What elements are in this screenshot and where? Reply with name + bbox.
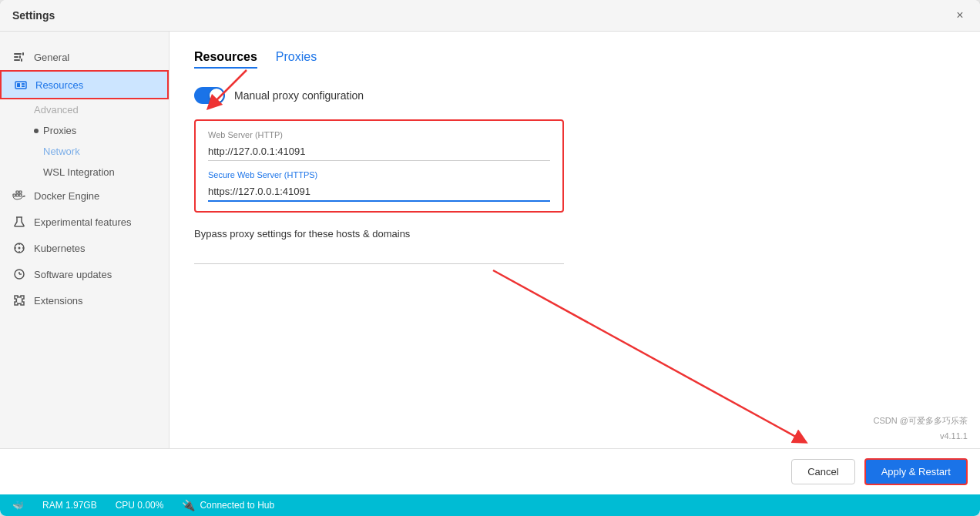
sidebar-item-experimental[interactable]: Experimental features — [0, 209, 169, 235]
sidebar-item-software-updates[interactable]: Software updates — [0, 261, 169, 287]
main-content: General Resources Advanced — [0, 32, 980, 448]
svg-rect-0 — [14, 53, 22, 55]
tab-proxies[interactable]: Proxies — [276, 50, 317, 69]
version-label: v4.11.1 — [940, 431, 968, 441]
svg-line-26 — [493, 270, 801, 440]
clock-icon — [12, 267, 26, 281]
svg-rect-8 — [22, 83, 25, 85]
ram-status: RAM 1.97GB — [42, 500, 97, 511]
bypass-input[interactable] — [194, 246, 564, 264]
connected-status: 🔌 Connected to Hub — [182, 499, 274, 511]
sidebar-item-advanced[interactable]: Advanced — [0, 99, 169, 120]
sidebar: General Resources Advanced — [0, 32, 169, 448]
sidebar-item-resources-label: Resources — [35, 79, 83, 91]
footer-buttons: Cancel Apply & Restart — [0, 449, 980, 494]
connected-label: Connected to Hub — [200, 500, 274, 511]
http-field-label: Web Server (HTTP) — [208, 130, 550, 139]
ram-label: RAM 1.97GB — [42, 500, 97, 511]
svg-point-17 — [18, 247, 21, 250]
tab-resources[interactable]: Resources — [194, 50, 257, 69]
svg-rect-5 — [21, 59, 22, 62]
sidebar-item-general[interactable]: General — [0, 44, 169, 70]
svg-rect-9 — [22, 85, 25, 87]
sidebar-item-extensions[interactable]: Extensions — [0, 287, 169, 313]
puzzle-icon — [12, 293, 26, 307]
sidebar-item-proxies[interactable]: Proxies — [0, 120, 169, 141]
sidebar-item-wsl[interactable]: WSL Integration — [0, 162, 169, 183]
sidebar-item-network[interactable]: Network — [0, 141, 169, 162]
apply-restart-button[interactable]: Apply & Restart — [864, 458, 968, 485]
connected-icon: 🔌 — [182, 499, 195, 511]
cpu-label: CPU 0.00% — [116, 500, 164, 511]
svg-rect-14 — [19, 191, 22, 193]
sidebar-item-general-label: General — [34, 52, 69, 63]
proxy-toggle-label: Manual proxy configuration — [234, 89, 364, 102]
proxies-bullet — [34, 129, 39, 133]
window-title: Settings — [12, 9, 55, 22]
bypass-section: Bypass proxy settings for these hosts & … — [194, 228, 564, 264]
content-tabs: Resources Proxies — [194, 50, 955, 69]
svg-rect-2 — [14, 59, 20, 61]
sidebar-item-resources[interactable]: Resources — [0, 70, 169, 99]
svg-rect-13 — [16, 191, 18, 193]
sidebar-item-kubernetes-label: Kubernetes — [34, 243, 86, 254]
svg-rect-3 — [22, 52, 24, 55]
settings-window: Settings × General — [0, 0, 980, 516]
docker-icon — [12, 189, 26, 203]
sidebar-item-docker-engine[interactable]: Docker Engine — [0, 183, 169, 209]
svg-rect-7 — [17, 83, 20, 87]
titlebar: Settings × — [0, 0, 980, 32]
footer-status: 🐳 RAM 1.97GB CPU 0.00% 🔌 Connected to Hu… — [0, 494, 980, 516]
sidebar-item-kubernetes[interactable]: Kubernetes — [0, 235, 169, 261]
sidebar-item-extensions-label: Extensions — [34, 295, 83, 307]
https-field-label: Secure Web Server (HTTPS) — [208, 170, 550, 179]
whale-icon: 🐳 — [12, 500, 24, 511]
sliders-icon — [12, 50, 26, 64]
close-button[interactable]: × — [952, 8, 968, 23]
http-input[interactable] — [208, 144, 550, 161]
svg-rect-10 — [13, 194, 15, 196]
watermark: CSDN @可爱多多巧乐茶 — [874, 415, 968, 427]
sidebar-item-experimental-label: Experimental features — [34, 216, 131, 228]
bypass-label: Bypass proxy settings for these hosts & … — [194, 228, 564, 240]
sidebar-item-advanced-label: Advanced — [34, 104, 79, 116]
cpu-status: CPU 0.00% — [116, 500, 164, 511]
sidebar-item-docker-engine-label: Docker Engine — [34, 190, 99, 202]
manual-proxy-toggle[interactable] — [194, 87, 225, 104]
svg-rect-1 — [14, 56, 18, 58]
proxy-config-box: Web Server (HTTP) Secure Web Server (HTT… — [194, 119, 564, 213]
svg-rect-12 — [19, 194, 22, 196]
sidebar-item-proxies-label: Proxies — [43, 125, 76, 136]
content-area: Resources Proxies Manual proxy configura… — [169, 32, 980, 448]
sidebar-item-wsl-label: WSL Integration — [43, 166, 115, 178]
https-input[interactable] — [208, 184, 550, 202]
flask-icon — [12, 215, 26, 229]
sidebar-item-software-updates-label: Software updates — [34, 269, 112, 280]
svg-rect-4 — [19, 55, 21, 59]
footer: Cancel Apply & Restart 🐳 RAM 1.97GB CPU … — [0, 448, 980, 516]
cancel-button[interactable]: Cancel — [791, 459, 854, 484]
resources-icon — [14, 78, 28, 92]
svg-rect-11 — [16, 194, 18, 196]
sidebar-item-network-label: Network — [43, 146, 80, 157]
kubernetes-icon — [12, 241, 26, 255]
toggle-knob — [210, 89, 223, 102]
proxy-toggle-row: Manual proxy configuration — [194, 87, 955, 104]
